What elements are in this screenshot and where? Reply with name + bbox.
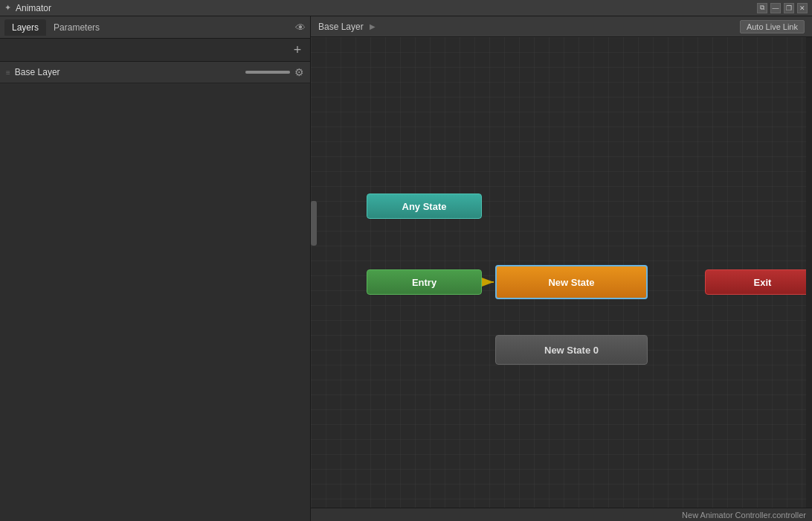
status-bar: New Animator Controller.controller [311, 508, 812, 521]
maximize-button[interactable]: ❐ [784, 3, 794, 13]
window-title: Animator [16, 3, 51, 13]
tab-layers[interactable]: Layers [4, 19, 46, 36]
canvas-area: Base Layer ▶ Auto Live Link Any State [311, 16, 812, 521]
minimize-button[interactable]: — [770, 3, 781, 13]
title-bar-controls[interactable]: ⧉ — ❐ ✕ [757, 3, 808, 13]
gear-icon[interactable]: ⚙ [294, 66, 304, 78]
layer-weight-bar[interactable] [245, 71, 290, 74]
left-scroll-indicator[interactable] [311, 201, 317, 246]
layer-toolbar: + [0, 39, 310, 62]
status-text: New Animator Controller.controller [682, 511, 806, 520]
new-state-0-label: New State 0 [544, 345, 599, 356]
main-layout: Layers Parameters 👁 + ≡ Base Layer ⚙ Bas… [0, 16, 812, 521]
collapse-button[interactable]: ⧉ [757, 3, 767, 13]
right-scrollbar[interactable] [806, 37, 812, 508]
eye-icon[interactable]: 👁 [295, 22, 306, 33]
breadcrumb-arrow-icon: ▶ [370, 22, 376, 31]
layer-name: Base Layer [15, 67, 241, 77]
entry-label: Entry [412, 277, 436, 288]
new-state-0-node[interactable]: New State 0 [495, 335, 648, 365]
grid-canvas[interactable]: Any State Entry New State Exit New State… [311, 37, 812, 508]
entry-node[interactable]: Entry [367, 269, 482, 295]
canvas-header: Base Layer ▶ Auto Live Link [311, 16, 812, 37]
tabs-row: Layers Parameters 👁 [0, 16, 310, 39]
breadcrumb: Base Layer [318, 22, 364, 32]
drag-handle-icon: ≡ [6, 68, 10, 77]
animator-icon: ✦ [4, 3, 11, 13]
any-state-label: Any State [402, 201, 447, 212]
exit-label: Exit [754, 277, 772, 288]
layer-weight-fill [245, 71, 290, 74]
layer-item[interactable]: ≡ Base Layer ⚙ [0, 62, 310, 83]
close-button[interactable]: ✕ [797, 3, 808, 13]
any-state-node[interactable]: Any State [367, 194, 482, 219]
left-panel: Layers Parameters 👁 + ≡ Base Layer ⚙ [0, 16, 311, 521]
exit-node[interactable]: Exit [705, 269, 812, 295]
title-bar-left: ✦ Animator [4, 3, 51, 13]
tab-parameters[interactable]: Parameters [46, 19, 107, 36]
add-layer-button[interactable]: + [289, 42, 306, 58]
title-bar: ✦ Animator ⧉ — ❐ ✕ [0, 0, 812, 16]
new-state-node[interactable]: New State [495, 265, 648, 299]
auto-live-link-button[interactable]: Auto Live Link [740, 20, 805, 33]
new-state-label: New State [548, 277, 594, 288]
